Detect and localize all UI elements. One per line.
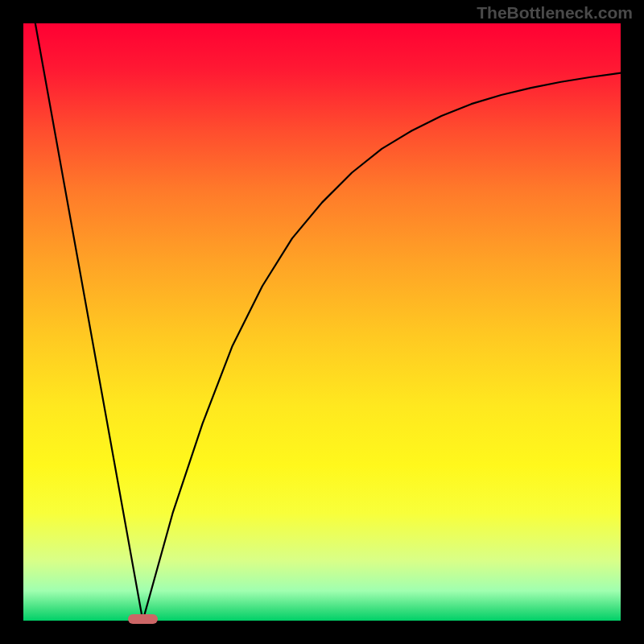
plot-area bbox=[23, 23, 621, 621]
curve-path bbox=[35, 23, 621, 621]
watermark-text: TheBottleneck.com bbox=[477, 3, 633, 23]
chart-container: TheBottleneck.com bbox=[0, 0, 644, 644]
curve-svg bbox=[23, 23, 621, 621]
bottleneck-marker bbox=[128, 614, 158, 623]
